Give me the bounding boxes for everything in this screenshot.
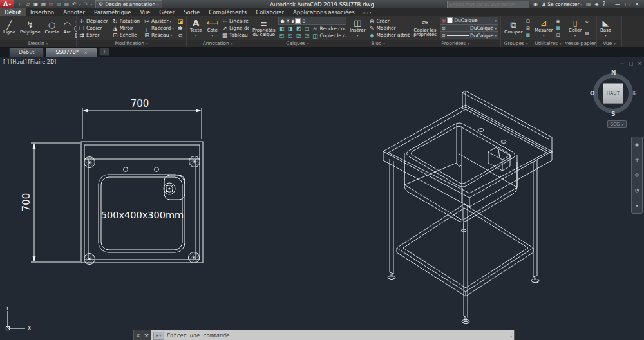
panel-label-groupes[interactable]: Groupes▾ bbox=[501, 40, 531, 47]
erase-icon[interactable]: ◪ bbox=[178, 18, 184, 24]
panel-label-calques[interactable]: Calques▾ bbox=[249, 40, 346, 47]
panel-label-vue[interactable]: Vue▾ bbox=[597, 40, 621, 47]
orbit-icon[interactable]: ◔ bbox=[635, 187, 639, 193]
tab-vue[interactable]: Vue bbox=[135, 8, 155, 16]
layer-on-icon[interactable]: ◰ bbox=[278, 33, 285, 39]
offset-icon[interactable]: ⊂ bbox=[178, 32, 183, 39]
new-file-icon[interactable]: ▯ bbox=[17, 0, 23, 8]
mirror-button[interactable]: ◮Miroir bbox=[112, 25, 140, 32]
exchange-apps-icon[interactable]: ◈ bbox=[595, 1, 599, 7]
arc-button[interactable]: ◠ Arc bbox=[62, 17, 71, 39]
group-button[interactable]: ⧉ Grouper bbox=[503, 17, 524, 39]
compass-north[interactable]: N bbox=[611, 70, 616, 76]
viewcube-top-face[interactable]: HAUT bbox=[603, 83, 623, 104]
panel-label-utilitaires[interactable]: Utilitaires▾ bbox=[531, 40, 565, 47]
app-menu-button[interactable]: A ▼ bbox=[0, 0, 14, 8]
search-icon[interactable]: ◉ bbox=[533, 1, 538, 7]
copy-button[interactable]: ❐Copier bbox=[79, 25, 108, 32]
copy-clip-icon[interactable]: ▤ bbox=[585, 30, 589, 37]
ribbon-collapse-button[interactable]: ▭ ▾ bbox=[359, 8, 375, 16]
ungroup-icon[interactable]: ⊟ bbox=[526, 18, 530, 24]
quick-select-icon[interactable]: ◉ bbox=[556, 18, 560, 24]
quick-calc-icon[interactable]: ▦ bbox=[556, 25, 560, 32]
layer-isolate-icon[interactable]: ◨ bbox=[287, 26, 294, 32]
file-tab-document[interactable]: SSU77B* × bbox=[46, 48, 97, 57]
polyline-button[interactable]: ↯ Polyligne bbox=[19, 17, 41, 39]
trim-button[interactable]: ✂Ajuster▾ bbox=[144, 18, 174, 24]
command-customize-icon[interactable]: ⚒ bbox=[144, 333, 149, 339]
fillet-button[interactable]: ╭Raccord▾ bbox=[144, 25, 174, 32]
object-color-select[interactable]: ◉ DuCalque ▾ bbox=[440, 17, 498, 24]
tab-gerer[interactable]: Gérer bbox=[155, 8, 179, 16]
doc-restore-button[interactable]: □ bbox=[629, 61, 634, 66]
array-button[interactable]: ⊞Réseau▾ bbox=[144, 32, 174, 39]
redo-dropdown-icon[interactable]: ▾ bbox=[91, 3, 93, 6]
command-close-icon[interactable]: × bbox=[136, 333, 140, 339]
tab-collaborer[interactable]: Collaborer bbox=[251, 8, 289, 16]
circle-button[interactable]: ○ Cercle bbox=[43, 17, 60, 39]
layer-freeze-icon[interactable]: ◩ bbox=[295, 26, 302, 32]
navigation-wheel-icon[interactable]: ◉ bbox=[635, 142, 639, 147]
layer-off-icon[interactable]: ◧ bbox=[278, 26, 285, 32]
tab-annoter[interactable]: Annoter bbox=[59, 8, 90, 16]
viewcube[interactable]: N E S O HAUT bbox=[590, 70, 636, 117]
panel-label-modification[interactable]: Modification▾ bbox=[77, 40, 186, 47]
match-properties-button[interactable]: ✑ Copier les propriétés bbox=[412, 17, 438, 39]
line-button[interactable]: ╱ Ligne bbox=[2, 17, 17, 39]
layer-unlock-icon[interactable]: ◳ bbox=[303, 33, 310, 39]
id-point-icon[interactable]: ⊡ bbox=[556, 32, 560, 39]
compass-east[interactable]: E bbox=[633, 90, 637, 97]
layer-properties-button[interactable]: ≣ Propriétés du calque bbox=[251, 17, 276, 39]
text-button[interactable]: A Texte▾ bbox=[189, 17, 203, 39]
close-tab-icon[interactable]: × bbox=[84, 50, 88, 55]
search-input[interactable] bbox=[447, 1, 529, 8]
panel-label-bloc[interactable]: Bloc▾ bbox=[346, 40, 410, 47]
viewport-view-control[interactable]: [Haut] bbox=[10, 59, 27, 65]
insert-block-button[interactable]: ◫ Insérer▾ bbox=[348, 17, 366, 39]
command-input[interactable]: ▸▾ Entrez une commande ▴ bbox=[151, 330, 514, 340]
workspace-switcher[interactable]: ⚙ Dessin et annotation ▾ bbox=[95, 0, 162, 8]
compass-south[interactable]: S bbox=[611, 111, 615, 117]
panel-label-presse-papiers[interactable]: Presse-papiers bbox=[565, 40, 596, 47]
redo-icon[interactable]: ↷ bbox=[83, 0, 89, 8]
dimension-button[interactable]: ⟻ Cote▾ bbox=[205, 17, 220, 39]
close-button[interactable]: × bbox=[632, 1, 641, 7]
tab-debut[interactable]: Début bbox=[0, 8, 26, 16]
linetype-select[interactable]: ≡ DuCalque ▾ bbox=[440, 32, 498, 39]
preview-icon[interactable]: ▧ bbox=[56, 0, 62, 8]
rotate-button[interactable]: ↻Rotation bbox=[112, 18, 140, 24]
viewport-menu[interactable]: [-] bbox=[3, 59, 10, 65]
group-edit-icon[interactable]: ⊠ bbox=[526, 25, 530, 32]
open-icon[interactable]: ▱ bbox=[25, 0, 31, 8]
measure-button[interactable]: ⊿ Mesurer▾ bbox=[533, 17, 554, 39]
pan-icon[interactable]: ✛ bbox=[635, 157, 639, 163]
base-view-button[interactable]: ◣ Base▾ bbox=[599, 17, 612, 39]
group-select-icon[interactable]: ▦ bbox=[526, 32, 531, 39]
cut-icon[interactable]: ✂ bbox=[585, 19, 589, 26]
restore-button[interactable]: □ bbox=[623, 1, 632, 7]
explode-icon[interactable]: ✱ bbox=[178, 25, 183, 32]
tab-parametrique[interactable]: Paramétrique bbox=[90, 8, 135, 16]
stretch-button[interactable]: ⇉Etirer bbox=[79, 32, 108, 39]
sign-in-button[interactable]: ♟ Se connecter ▾ bbox=[542, 1, 582, 7]
tab-sortie[interactable]: Sortie bbox=[179, 8, 204, 16]
undo-icon[interactable]: ↶ bbox=[71, 0, 77, 8]
help-icon[interactable]: ? bbox=[603, 1, 605, 7]
layer-lock-icon[interactable]: ◫ bbox=[303, 26, 310, 32]
lineweight-select[interactable]: ≡ DuCalque ▾ bbox=[440, 24, 498, 32]
tab-insertion[interactable]: Insertion bbox=[26, 8, 59, 16]
undo-dropdown-icon[interactable]: ▾ bbox=[79, 3, 81, 6]
ucs-selector[interactable]: SCG▾ bbox=[607, 120, 627, 128]
save-as-icon[interactable]: ▦ bbox=[41, 0, 46, 8]
tab-applications-associees[interactable]: Applications associées bbox=[289, 8, 359, 16]
drawing-canvas[interactable]: [-] [Haut] [Filaire 2D] — □ × N E S O HA… bbox=[0, 57, 644, 340]
file-tab-start[interactable]: Début bbox=[9, 48, 44, 57]
tab-complements[interactable]: Compléments bbox=[204, 8, 251, 16]
panel-label-proprietes[interactable]: Propriétés▾ bbox=[410, 40, 500, 47]
store-cart-icon[interactable]: ▥ bbox=[586, 1, 591, 7]
save-icon[interactable]: ▣ bbox=[33, 0, 39, 8]
zoom-icon[interactable]: ◎ bbox=[635, 172, 639, 178]
compass-west[interactable]: O bbox=[590, 90, 595, 97]
plot-icon[interactable]: ▤ bbox=[48, 0, 54, 8]
navbar-more-icon[interactable]: ▾ bbox=[636, 203, 638, 209]
